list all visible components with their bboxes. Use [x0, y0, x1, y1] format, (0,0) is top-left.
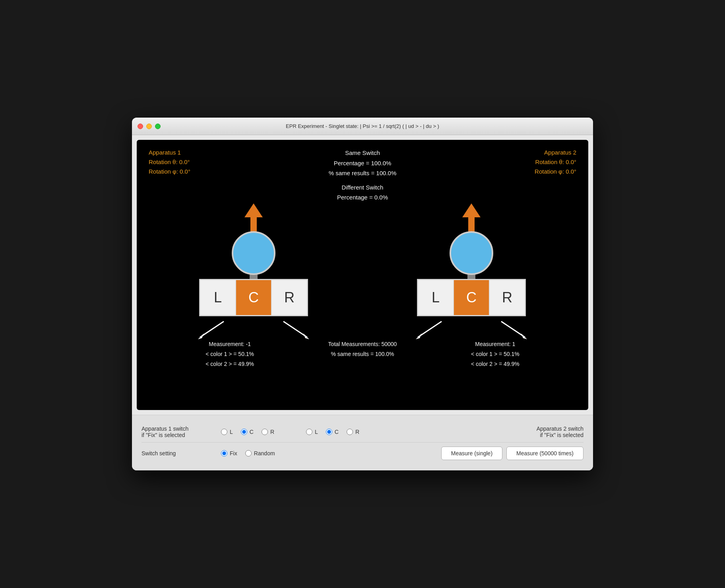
- apparatus2-lcr: L C R: [417, 279, 526, 316]
- app1-L-label: L: [230, 429, 233, 435]
- main-content: Apparatus 1 Rotation θ: 0.0° Rotation φ:…: [132, 135, 593, 470]
- measure-single-button[interactable]: Measure (single): [441, 447, 502, 460]
- measurement-left: Measurement: -1 < color 1 > = 50.1% < co…: [205, 339, 254, 369]
- app1-L-radio[interactable]: [221, 429, 227, 435]
- close-button[interactable]: [138, 124, 143, 129]
- center-stats: Same Switch Percentage = 100.0% % same r…: [329, 148, 397, 203]
- apparatus1-arrow-left: [198, 319, 226, 339]
- canvas-area: Apparatus 1 Rotation θ: 0.0° Rotation φ:…: [137, 140, 588, 410]
- app2-C-group: C: [326, 429, 339, 435]
- app2-R-radio[interactable]: [347, 429, 353, 435]
- apparatus2-arrow: [462, 203, 481, 233]
- apparatus2-switch-label: Apparatus 2 switchif "Fix" is selected: [537, 426, 583, 438]
- apparatus1-R: R: [271, 280, 307, 315]
- switch-setting-row: Switch setting Fix Random Measure (singl…: [142, 443, 583, 464]
- app1-C-label: C: [250, 429, 254, 435]
- app1-R-radio[interactable]: [262, 429, 268, 435]
- apparatus2-detector: [450, 231, 493, 275]
- svg-line-6: [418, 321, 442, 337]
- maximize-button[interactable]: [155, 124, 161, 129]
- svg-line-1: [200, 321, 224, 337]
- window-title: EPR Experiment - Singlet state: | Psi >=…: [286, 123, 439, 129]
- random-group: Random: [245, 450, 275, 456]
- svg-marker-7: [416, 333, 422, 339]
- apparatus1-label: Apparatus 1 Rotation θ: 0.0° Rotation φ:…: [149, 148, 190, 176]
- app2-R-label: R: [355, 429, 359, 435]
- svg-marker-4: [303, 333, 309, 339]
- apparatus1-arrow-right: [281, 319, 309, 339]
- svg-marker-0: [244, 203, 263, 233]
- app2-L-radio[interactable]: [306, 429, 312, 435]
- fix-label: Fix: [230, 450, 237, 456]
- apparatus1-switch-label: Apparatus 1 switchif "Fix" is selected: [142, 426, 221, 438]
- app1-C-radio[interactable]: [241, 429, 247, 435]
- app1-C-group: C: [241, 429, 254, 435]
- switch-setting-label: Switch setting: [142, 450, 221, 456]
- apparatus2-L: L: [418, 280, 454, 315]
- app2-L-label: L: [315, 429, 318, 435]
- app2-L-group: L: [306, 429, 318, 435]
- app2-C-radio[interactable]: [326, 429, 332, 435]
- controls-area: Apparatus 1 switchif "Fix" is selected L…: [132, 415, 593, 470]
- titlebar: EPR Experiment - Singlet state: | Psi >=…: [132, 118, 593, 135]
- svg-line-3: [283, 321, 307, 337]
- apparatus1-visual: L C R: [198, 203, 309, 339]
- app1-R-group: R: [262, 429, 274, 435]
- traffic-lights: [138, 124, 161, 129]
- svg-marker-2: [198, 333, 204, 339]
- apparatus1-lcr: L C R: [199, 279, 308, 316]
- apparatus2-C: C: [454, 280, 489, 315]
- apparatus2-R: R: [489, 280, 525, 315]
- random-radio[interactable]: [245, 450, 252, 456]
- apparatus2-arrow-left: [416, 319, 444, 339]
- apparatus1-detector: [232, 231, 275, 275]
- random-label: Random: [254, 450, 275, 456]
- measurement-center: Total Measurements: 50000 % same results…: [328, 339, 397, 369]
- svg-line-8: [501, 321, 525, 337]
- app2-R-group: R: [347, 429, 359, 435]
- svg-marker-5: [462, 203, 481, 233]
- apparatus-switch-row: Apparatus 1 switchif "Fix" is selected L…: [142, 422, 583, 443]
- apparatus2-visual: L C R: [416, 203, 527, 339]
- svg-marker-9: [521, 333, 527, 339]
- minimize-button[interactable]: [146, 124, 152, 129]
- apparatus2-label: Apparatus 2 Rotation θ: 0.0° Rotation φ:…: [535, 148, 576, 176]
- apparatus2-arrow-right: [499, 319, 527, 339]
- fix-group: Fix: [221, 450, 237, 456]
- apparatus1-arrow: [244, 203, 263, 233]
- measure-50000-button[interactable]: Measure (50000 times): [506, 447, 583, 460]
- main-window: EPR Experiment - Singlet state: | Psi >=…: [132, 118, 593, 470]
- measurement-right: Measurement: 1 < color 1 > = 50.1% < col…: [471, 339, 520, 369]
- app2-C-label: C: [335, 429, 339, 435]
- app1-L-group: L: [221, 429, 233, 435]
- apparatus1-C: C: [236, 280, 271, 315]
- fix-radio[interactable]: [221, 450, 227, 456]
- apparatus1-L: L: [200, 280, 236, 315]
- app1-R-label: R: [270, 429, 274, 435]
